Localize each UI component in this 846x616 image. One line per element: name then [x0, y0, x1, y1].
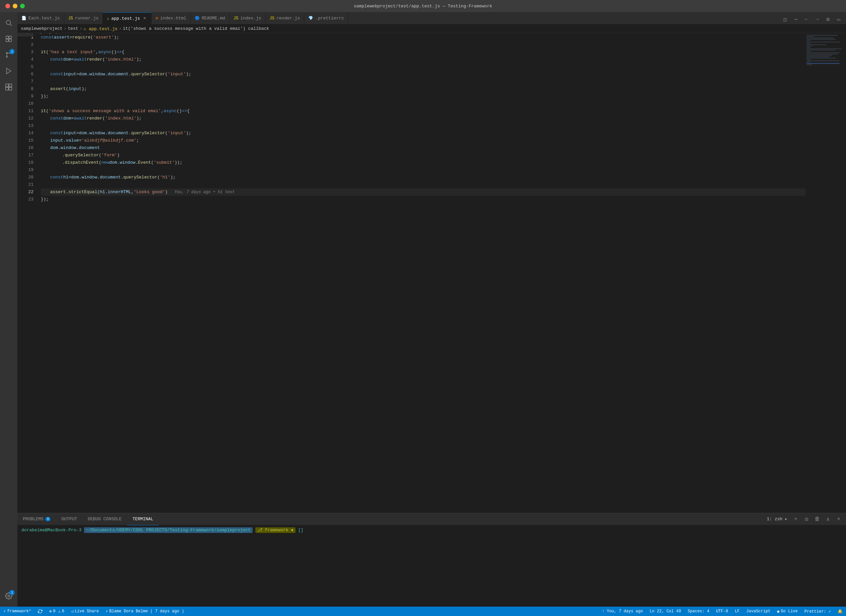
remote-icon: ⚡: [3, 609, 6, 614]
tab-index-js[interactable]: JS index.js: [229, 12, 266, 24]
status-blame[interactable]: ⚡ Blame Dora Belme ( 7 days ago ): [102, 607, 187, 616]
tab-index-js-label: index.js: [240, 16, 261, 21]
minimap-content: [806, 33, 846, 67]
status-encoding[interactable]: UTF-8: [713, 607, 731, 616]
inline-blame: You, 7 days ago • h1 test: [174, 188, 235, 196]
status-git-user[interactable]: ↑ You, 7 days ago: [599, 607, 646, 616]
code-line-6: const input = dom.window.document.queryS…: [41, 71, 806, 78]
tab-apptest-icon: ⚠: [107, 16, 109, 21]
sidebar-item-search[interactable]: [1, 15, 17, 31]
split-editor-button[interactable]: ◫: [780, 15, 790, 24]
tab-prettierrc[interactable]: 💎 .prettierrc: [304, 12, 348, 24]
tab-apptest[interactable]: ⚠ app.test.js ×: [103, 12, 151, 24]
tab-render-js-label: render.js: [276, 16, 300, 21]
code-line-7: [41, 78, 806, 85]
svg-rect-14: [9, 84, 12, 87]
tab-index-js-icon: JS: [234, 16, 238, 21]
maximize-button[interactable]: [20, 4, 25, 8]
status-bar: ⚡ framework* ⊗ 0 ⚠ 6 ◁ Live Share ⚡ Blam…: [0, 607, 846, 616]
status-eol-label: LF: [735, 609, 740, 614]
window-title: samplewebproject/test/app.test.js — Test…: [354, 4, 492, 9]
sidebar-item-explorer[interactable]: [1, 31, 17, 47]
go-forward-button[interactable]: →: [812, 15, 822, 24]
status-prettier[interactable]: Prettier: ✓: [801, 607, 834, 616]
terminal-selector[interactable]: 1: zsh ▾: [764, 515, 790, 524]
sync-icon: [38, 609, 43, 614]
status-eol[interactable]: LF: [731, 607, 743, 616]
panel-actions: 1: zsh ▾ + ⊡ 🗑 ∧ ×: [764, 515, 846, 524]
tab-apptest-close[interactable]: ×: [142, 16, 147, 21]
code-line-4: const dom = await render('index.html');: [41, 56, 806, 63]
status-notifications[interactable]: 🔔: [834, 607, 846, 616]
terminal-content[interactable]: dorabelme@MacBook-Pro-3 ~/Documents/UDEM…: [18, 525, 846, 607]
code-line-16: dom.window.document: [41, 144, 806, 151]
status-language-label: JavaScript: [746, 609, 770, 614]
code-line-17: .querySelector('form'): [41, 151, 806, 159]
window-controls: [5, 4, 25, 8]
sidebar-item-git[interactable]: 1: [1, 47, 17, 63]
close-panel-button[interactable]: ×: [834, 515, 843, 524]
open-changes-button[interactable]: ⊞: [823, 15, 833, 24]
sidebar-item-run[interactable]: [1, 63, 17, 79]
panel-tab-debug[interactable]: DEBUG CONSOLE: [82, 513, 127, 525]
panel-tab-output[interactable]: OUTPUT: [56, 513, 82, 525]
kill-terminal-button[interactable]: 🗑: [812, 515, 822, 524]
title-bar: samplewebproject/test/app.test.js — Test…: [0, 0, 846, 12]
toggle-panel-button[interactable]: ▭: [834, 15, 843, 24]
more-actions-button[interactable]: ⋯: [791, 15, 800, 24]
svg-point-0: [6, 21, 11, 25]
split-terminal-button[interactable]: ⊡: [802, 515, 811, 524]
svg-point-8: [6, 56, 8, 57]
tab-each[interactable]: 📄 Each.test.js: [18, 12, 64, 24]
tab-render-js[interactable]: JS render.js: [266, 12, 304, 24]
panel-tab-problems-label: PROBLEMS: [23, 517, 44, 522]
status-position[interactable]: Ln 22, Col 49: [646, 607, 684, 616]
code-line-1: const assert = require('assert');: [41, 34, 806, 41]
panel-tab-output-label: OUTPUT: [61, 517, 77, 522]
svg-rect-16: [9, 87, 12, 90]
tab-prettierrc-label: .prettierrc: [315, 16, 344, 21]
tab-index-html-label: index.html: [160, 16, 187, 21]
new-terminal-button[interactable]: +: [791, 515, 800, 524]
svg-marker-12: [7, 68, 11, 74]
code-editor[interactable]: const assert = require('assert'); it('ha…: [37, 33, 806, 513]
status-golive[interactable]: ◉ Go Live: [774, 607, 801, 616]
code-line-20: const h1 = dom.window.document.querySele…: [41, 174, 806, 181]
code-line-19: [41, 166, 806, 174]
tab-index-html[interactable]: ⊞ index.html: [151, 12, 190, 24]
status-liveshare[interactable]: ◁ Live Share: [68, 607, 102, 616]
go-back-button[interactable]: ←: [802, 15, 811, 24]
close-button[interactable]: [5, 4, 10, 8]
tab-runner[interactable]: JS runner.js: [64, 12, 103, 24]
panel-tab-bar: PROBLEMS 6 OUTPUT DEBUG CONSOLE TERMINAL…: [18, 513, 846, 525]
breadcrumb-callback[interactable]: it('shows a success message with a valid…: [123, 26, 269, 31]
status-bar-right: ↑ You, 7 days ago Ln 22, Col 49 Spaces: …: [599, 607, 846, 616]
breadcrumb-test[interactable]: test: [68, 26, 78, 31]
status-spaces-label: Spaces: 4: [688, 609, 709, 614]
tab-readme[interactable]: 🔵 README.md: [191, 12, 229, 24]
minimize-button[interactable]: [13, 4, 18, 8]
code-line-14: const input = dom.window.document.queryS…: [41, 129, 806, 137]
problems-badge: 6: [45, 517, 50, 521]
breadcrumb-apptest[interactable]: ⚠ app.test.js: [84, 26, 118, 31]
status-spaces[interactable]: Spaces: 4: [684, 607, 713, 616]
code-line-11: it('shows a success message with a valid…: [41, 107, 806, 115]
status-remote[interactable]: ⚡ framework*: [0, 607, 34, 616]
bell-icon: 🔔: [838, 609, 843, 614]
svg-rect-4: [6, 39, 8, 41]
tab-readme-icon: 🔵: [195, 16, 200, 21]
panel-tab-terminal[interactable]: TERMINAL: [127, 513, 159, 525]
code-line-10: [41, 100, 806, 107]
maximize-panel-button[interactable]: ∧: [823, 515, 833, 524]
terminal-chevron-icon: ▾: [784, 517, 787, 522]
sidebar-item-extensions[interactable]: [1, 79, 17, 95]
settings-badge: 1: [9, 590, 15, 595]
status-language[interactable]: JavaScript: [743, 607, 774, 616]
code-line-9: });: [41, 93, 806, 100]
sidebar-item-settings[interactable]: 1: [1, 588, 17, 604]
panel-tab-problems[interactable]: PROBLEMS 6: [18, 513, 56, 525]
breadcrumb-samplewebproject[interactable]: samplewebproject: [21, 26, 63, 31]
status-errors[interactable]: ⊗ 0 ⚠ 6: [46, 607, 68, 616]
code-line-22: assert.strictEqual(h1.innerHTML, 'Looks …: [41, 188, 806, 196]
status-sync[interactable]: [34, 607, 46, 616]
